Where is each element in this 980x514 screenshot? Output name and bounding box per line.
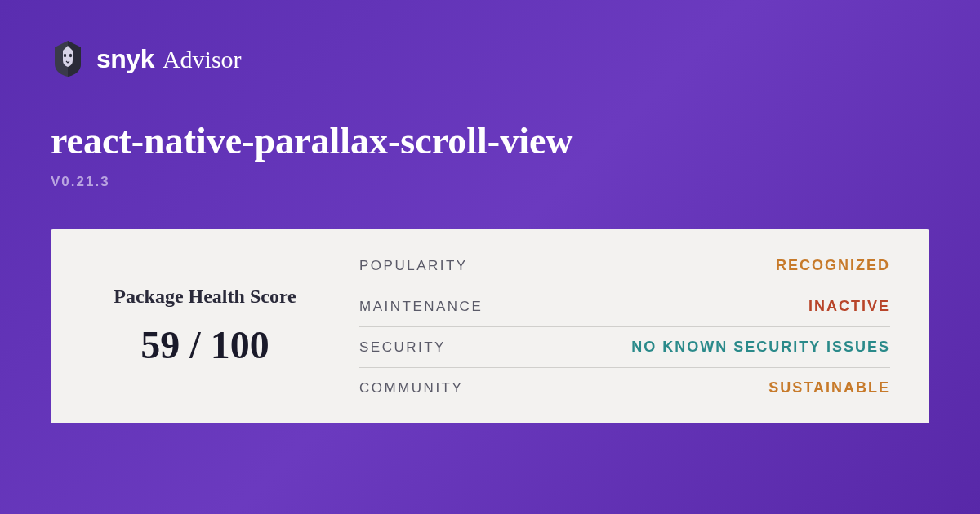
- metric-row-maintenance: MAINTENANCE INACTIVE: [359, 286, 890, 327]
- brand-subtitle: Advisor: [163, 46, 242, 73]
- health-card: Package Health Score 59 / 100 POPULARITY…: [51, 229, 929, 423]
- brand-name: snyk: [96, 44, 154, 74]
- metric-label: MAINTENANCE: [359, 299, 483, 315]
- svg-point-0: [64, 54, 66, 57]
- metric-row-community: COMMUNITY SUSTAINABLE: [359, 368, 890, 408]
- metric-value: SUSTAINABLE: [768, 379, 890, 397]
- package-version: V0.21.3: [51, 174, 929, 190]
- score-section: Package Health Score 59 / 100: [51, 246, 359, 407]
- metric-row-security: SECURITY NO KNOWN SECURITY ISSUES: [359, 327, 890, 368]
- metric-label: COMMUNITY: [359, 380, 463, 397]
- metrics-list: POPULARITY RECOGNIZED MAINTENANCE INACTI…: [359, 246, 929, 407]
- metric-value: NO KNOWN SECURITY ISSUES: [631, 339, 890, 356]
- metric-value: RECOGNIZED: [776, 257, 890, 274]
- metric-label: POPULARITY: [359, 258, 468, 274]
- metric-value: INACTIVE: [808, 298, 890, 315]
- score-value: 59 / 100: [140, 322, 269, 367]
- metric-label: SECURITY: [359, 339, 446, 356]
- svg-point-1: [69, 54, 72, 57]
- score-label: Package Health Score: [114, 286, 296, 308]
- brand-header: snyk Advisor: [51, 39, 929, 78]
- snyk-logo-icon: [51, 39, 85, 78]
- metric-row-popularity: POPULARITY RECOGNIZED: [359, 246, 890, 286]
- package-name: react-native-parallax-scroll-view: [51, 119, 929, 162]
